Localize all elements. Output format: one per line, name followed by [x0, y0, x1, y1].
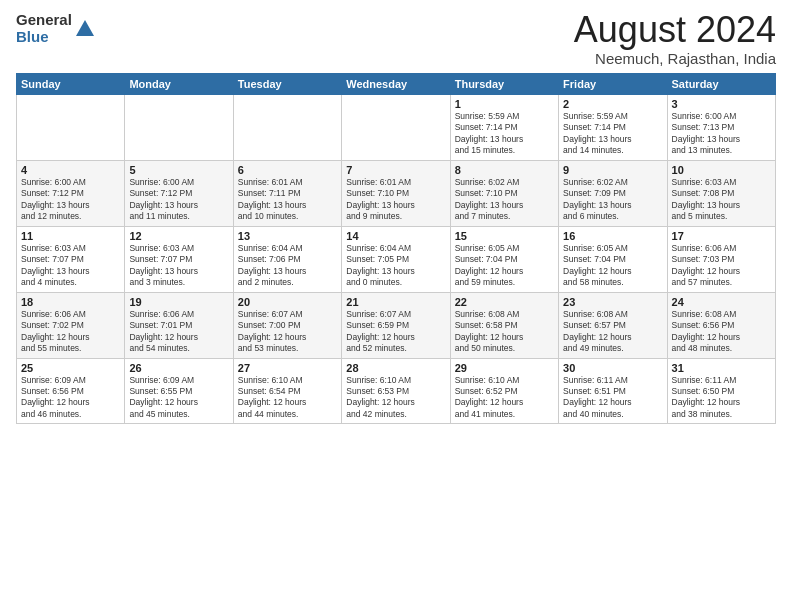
day-number: 2 — [563, 98, 662, 110]
table-row: 1Sunrise: 5:59 AMSunset: 7:14 PMDaylight… — [450, 95, 558, 161]
title-block: August 2024 Neemuch, Rajasthan, India — [574, 12, 776, 67]
logo-blue: Blue — [16, 29, 72, 46]
day-info: Sunrise: 6:08 AMSunset: 6:57 PMDaylight:… — [563, 309, 662, 355]
day-info: Sunrise: 5:59 AMSunset: 7:14 PMDaylight:… — [455, 111, 554, 157]
table-row: 28Sunrise: 6:10 AMSunset: 6:53 PMDayligh… — [342, 358, 450, 424]
table-row: 12Sunrise: 6:03 AMSunset: 7:07 PMDayligh… — [125, 226, 233, 292]
calendar-table: Sunday Monday Tuesday Wednesday Thursday… — [16, 73, 776, 424]
day-info: Sunrise: 6:08 AMSunset: 6:58 PMDaylight:… — [455, 309, 554, 355]
table-row: 7Sunrise: 6:01 AMSunset: 7:10 PMDaylight… — [342, 160, 450, 226]
page-container: General Blue August 2024 Neemuch, Rajast… — [0, 0, 792, 432]
day-info: Sunrise: 6:00 AMSunset: 7:12 PMDaylight:… — [21, 177, 120, 223]
col-saturday: Saturday — [667, 74, 775, 95]
table-row: 17Sunrise: 6:06 AMSunset: 7:03 PMDayligh… — [667, 226, 775, 292]
day-number: 5 — [129, 164, 228, 176]
day-info: Sunrise: 6:03 AMSunset: 7:07 PMDaylight:… — [21, 243, 120, 289]
day-info: Sunrise: 6:04 AMSunset: 7:05 PMDaylight:… — [346, 243, 445, 289]
table-row: 4Sunrise: 6:00 AMSunset: 7:12 PMDaylight… — [17, 160, 125, 226]
table-row — [233, 95, 341, 161]
day-number: 17 — [672, 230, 771, 242]
day-info: Sunrise: 6:10 AMSunset: 6:52 PMDaylight:… — [455, 375, 554, 421]
col-thursday: Thursday — [450, 74, 558, 95]
table-row — [17, 95, 125, 161]
svg-marker-0 — [76, 20, 94, 36]
col-friday: Friday — [559, 74, 667, 95]
day-number: 14 — [346, 230, 445, 242]
day-info: Sunrise: 6:02 AMSunset: 7:10 PMDaylight:… — [455, 177, 554, 223]
table-row — [342, 95, 450, 161]
day-info: Sunrise: 6:00 AMSunset: 7:13 PMDaylight:… — [672, 111, 771, 157]
day-info: Sunrise: 6:10 AMSunset: 6:54 PMDaylight:… — [238, 375, 337, 421]
table-row: 13Sunrise: 6:04 AMSunset: 7:06 PMDayligh… — [233, 226, 341, 292]
day-number: 28 — [346, 362, 445, 374]
col-wednesday: Wednesday — [342, 74, 450, 95]
day-number: 13 — [238, 230, 337, 242]
day-info: Sunrise: 6:11 AMSunset: 6:51 PMDaylight:… — [563, 375, 662, 421]
table-row: 11Sunrise: 6:03 AMSunset: 7:07 PMDayligh… — [17, 226, 125, 292]
logo-text: General Blue — [16, 12, 72, 45]
table-row: 18Sunrise: 6:06 AMSunset: 7:02 PMDayligh… — [17, 292, 125, 358]
day-number: 29 — [455, 362, 554, 374]
day-info: Sunrise: 6:07 AMSunset: 7:00 PMDaylight:… — [238, 309, 337, 355]
day-info: Sunrise: 6:02 AMSunset: 7:09 PMDaylight:… — [563, 177, 662, 223]
table-row: 16Sunrise: 6:05 AMSunset: 7:04 PMDayligh… — [559, 226, 667, 292]
logo-icon — [74, 18, 96, 40]
table-row: 29Sunrise: 6:10 AMSunset: 6:52 PMDayligh… — [450, 358, 558, 424]
col-tuesday: Tuesday — [233, 74, 341, 95]
location: Neemuch, Rajasthan, India — [574, 50, 776, 67]
day-number: 26 — [129, 362, 228, 374]
calendar-week-row: 4Sunrise: 6:00 AMSunset: 7:12 PMDaylight… — [17, 160, 776, 226]
day-number: 6 — [238, 164, 337, 176]
calendar-week-row: 18Sunrise: 6:06 AMSunset: 7:02 PMDayligh… — [17, 292, 776, 358]
day-info: Sunrise: 6:09 AMSunset: 6:56 PMDaylight:… — [21, 375, 120, 421]
day-number: 12 — [129, 230, 228, 242]
day-number: 16 — [563, 230, 662, 242]
table-row: 24Sunrise: 6:08 AMSunset: 6:56 PMDayligh… — [667, 292, 775, 358]
day-number: 20 — [238, 296, 337, 308]
day-number: 8 — [455, 164, 554, 176]
day-info: Sunrise: 6:00 AMSunset: 7:12 PMDaylight:… — [129, 177, 228, 223]
day-info: Sunrise: 6:06 AMSunset: 7:02 PMDaylight:… — [21, 309, 120, 355]
day-number: 19 — [129, 296, 228, 308]
calendar-week-row: 11Sunrise: 6:03 AMSunset: 7:07 PMDayligh… — [17, 226, 776, 292]
day-info: Sunrise: 6:06 AMSunset: 7:01 PMDaylight:… — [129, 309, 228, 355]
calendar-week-row: 1Sunrise: 5:59 AMSunset: 7:14 PMDaylight… — [17, 95, 776, 161]
day-info: Sunrise: 6:09 AMSunset: 6:55 PMDaylight:… — [129, 375, 228, 421]
day-info: Sunrise: 6:05 AMSunset: 7:04 PMDaylight:… — [563, 243, 662, 289]
table-row — [125, 95, 233, 161]
table-row: 27Sunrise: 6:10 AMSunset: 6:54 PMDayligh… — [233, 358, 341, 424]
table-row: 3Sunrise: 6:00 AMSunset: 7:13 PMDaylight… — [667, 95, 775, 161]
day-info: Sunrise: 6:03 AMSunset: 7:08 PMDaylight:… — [672, 177, 771, 223]
day-number: 11 — [21, 230, 120, 242]
table-row: 25Sunrise: 6:09 AMSunset: 6:56 PMDayligh… — [17, 358, 125, 424]
day-number: 3 — [672, 98, 771, 110]
day-info: Sunrise: 6:03 AMSunset: 7:07 PMDaylight:… — [129, 243, 228, 289]
day-info: Sunrise: 5:59 AMSunset: 7:14 PMDaylight:… — [563, 111, 662, 157]
day-info: Sunrise: 6:08 AMSunset: 6:56 PMDaylight:… — [672, 309, 771, 355]
day-info: Sunrise: 6:11 AMSunset: 6:50 PMDaylight:… — [672, 375, 771, 421]
table-row: 10Sunrise: 6:03 AMSunset: 7:08 PMDayligh… — [667, 160, 775, 226]
day-number: 24 — [672, 296, 771, 308]
day-info: Sunrise: 6:05 AMSunset: 7:04 PMDaylight:… — [455, 243, 554, 289]
day-info: Sunrise: 6:10 AMSunset: 6:53 PMDaylight:… — [346, 375, 445, 421]
day-number: 23 — [563, 296, 662, 308]
table-row: 8Sunrise: 6:02 AMSunset: 7:10 PMDaylight… — [450, 160, 558, 226]
table-row: 14Sunrise: 6:04 AMSunset: 7:05 PMDayligh… — [342, 226, 450, 292]
table-row: 23Sunrise: 6:08 AMSunset: 6:57 PMDayligh… — [559, 292, 667, 358]
table-row: 20Sunrise: 6:07 AMSunset: 7:00 PMDayligh… — [233, 292, 341, 358]
day-info: Sunrise: 6:04 AMSunset: 7:06 PMDaylight:… — [238, 243, 337, 289]
day-number: 27 — [238, 362, 337, 374]
day-number: 30 — [563, 362, 662, 374]
day-number: 15 — [455, 230, 554, 242]
table-row: 21Sunrise: 6:07 AMSunset: 6:59 PMDayligh… — [342, 292, 450, 358]
day-number: 21 — [346, 296, 445, 308]
day-number: 25 — [21, 362, 120, 374]
day-info: Sunrise: 6:01 AMSunset: 7:11 PMDaylight:… — [238, 177, 337, 223]
day-number: 9 — [563, 164, 662, 176]
table-row: 5Sunrise: 6:00 AMSunset: 7:12 PMDaylight… — [125, 160, 233, 226]
table-row: 9Sunrise: 6:02 AMSunset: 7:09 PMDaylight… — [559, 160, 667, 226]
calendar-week-row: 25Sunrise: 6:09 AMSunset: 6:56 PMDayligh… — [17, 358, 776, 424]
calendar-header-row: Sunday Monday Tuesday Wednesday Thursday… — [17, 74, 776, 95]
header: General Blue August 2024 Neemuch, Rajast… — [16, 12, 776, 67]
day-number: 1 — [455, 98, 554, 110]
